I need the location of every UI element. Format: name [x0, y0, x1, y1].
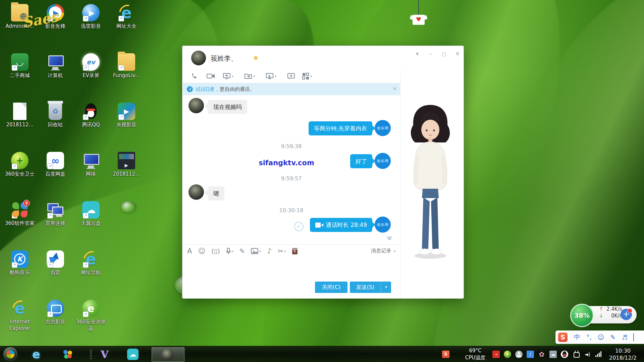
tray-user-icon[interactable] [515, 351, 523, 358]
desktop-icon-jisuanji[interactable]: 计算机 [38, 51, 73, 101]
document-icon [13, 103, 26, 120]
incoming-message-bubble: 现在视频吗 [208, 100, 247, 114]
message-list[interactable]: 现在视频吗 sifangktv.com 等两分钟,先穿着内衣 借条网 9:59:… [182, 95, 400, 244]
taskbar-v-app-icon[interactable]: V [98, 348, 111, 361]
tray-cloud-icon[interactable]: ☁ [549, 351, 557, 358]
screen-share-button[interactable]: ▾ [223, 72, 233, 80]
taskbar-cloud-drive-icon[interactable]: ☁ [126, 348, 140, 361]
taskbar-active-chat-task[interactable] [152, 347, 184, 362]
taskbar-clock[interactable]: 10:30 2018/12/2 [604, 347, 641, 361]
font-button[interactable]: A [187, 247, 192, 255]
message-history-button[interactable]: 消息记录 ▾ [371, 248, 395, 254]
desktop-icon-fungoliv[interactable]: ↗ FungoLiv... [109, 51, 144, 101]
tray-volume-icon[interactable]: ◄) [584, 351, 591, 358]
taskbar-grip [90, 350, 92, 359]
banner-close-icon[interactable]: ✕ [392, 86, 397, 92]
qq-show-girl-avatar[interactable] [405, 100, 456, 260]
network-icon [82, 152, 100, 169]
close-window-button[interactable]: ✕ [453, 50, 462, 58]
chinese-mode-toggle[interactable]: 中 [574, 333, 580, 342]
send-button[interactable]: 发送(S) [350, 282, 381, 293]
voice-input-icon[interactable]: ♬ [622, 334, 627, 341]
tray-wallet-icon[interactable]: / [527, 351, 534, 358]
desktop-icon-360anquanweishi[interactable]: +↗ 360安全卫士 [2, 150, 38, 199]
qmai-link[interactable]: 试试Q麦 [196, 86, 215, 93]
desktop-icon-doc-2018112[interactable]: 2018112... [2, 101, 38, 150]
handwriting-icon[interactable]: ✎ [610, 334, 615, 341]
close-chat-button[interactable]: 关闭(C) [315, 282, 347, 293]
desktop-icon-baiduwangpan[interactable]: ∞↗ 百度网盘 [38, 150, 73, 199]
tray-360-icon[interactable]: + [504, 351, 511, 358]
memory-usage-ball[interactable]: 38% [570, 304, 594, 327]
punctuation-toggle[interactable]: °, [586, 334, 592, 341]
taskbar-sogou-browser-icon[interactable] [61, 348, 74, 361]
self-avatar[interactable]: 借条网 [375, 153, 391, 169]
desktop-icon-tengxunqq[interactable]: ↗ 腾讯QQ [73, 101, 109, 150]
peer-message-avatar[interactable] [189, 98, 204, 113]
desktop-icon-video-2018112[interactable]: ▶ 2018112... [109, 150, 144, 199]
desktop-icon-wangluo[interactable]: 网络 [73, 150, 109, 199]
send-options-button[interactable]: ▾ [381, 282, 391, 293]
desktop-icon-jijiyingyin[interactable]: ↗ 吉吉影音 [38, 298, 73, 347]
remote-desktop-button[interactable]: ▾ [266, 72, 276, 80]
shortcut-arrow-icon: ↗ [47, 164, 53, 169]
apps-grid-button[interactable]: ▾ [302, 72, 312, 80]
tray-qq-icon[interactable] [561, 351, 568, 358]
tray-announcement-icon[interactable]: ◃ [492, 351, 500, 358]
maximize-button[interactable]: □ [439, 50, 449, 58]
desktop-icon-wangzhidaquan[interactable]: e↗ 网址大全 [109, 2, 144, 51]
peer-avatar[interactable] [191, 51, 206, 65]
start-button[interactable] [3, 347, 17, 361]
toolbox-grid-icon[interactable] [633, 334, 634, 341]
360-software-manager-icon: 8↗ [11, 201, 29, 219]
emoji-picker-icon[interactable]: ☺ [598, 334, 604, 341]
red-packet-button[interactable]: ¥ [292, 248, 298, 254]
shortcut-arrow-icon: ↗ [83, 213, 89, 219]
voice-message-button[interactable]: ▾ [226, 248, 233, 254]
sogou-logo-icon[interactable]: S [558, 333, 568, 342]
video-call-button[interactable] [207, 72, 215, 80]
desktop-icon-kugouyinyue[interactable]: K↗ 酷狗音乐 [2, 248, 38, 298]
favorite-star-icon[interactable]: ★ [253, 54, 259, 61]
desktop-icon-evluping[interactable]: ev↗ EV录屏 [73, 51, 109, 101]
desktop-icon-wangzhidaohang[interactable]: e↗ 网址导航 [73, 248, 109, 298]
music-button[interactable]: ♪ [267, 247, 271, 255]
screenshot-button[interactable]: ✂▾ [278, 247, 286, 255]
desktop-icon-huishouzhan[interactable]: ♻ 回收站 [38, 101, 73, 150]
message-input[interactable] [182, 257, 400, 280]
xunlei-player-icon: ▶↗ [82, 4, 100, 21]
window-menu-button[interactable]: ▾ [413, 50, 422, 58]
emoji-button[interactable]: ☺ [198, 247, 205, 255]
desktop-icon-360liulanqi[interactable]: e↗ 360安全浏览器 [73, 298, 109, 347]
desktop-icon-xunlei[interactable]: ↗ 迅雷 [38, 248, 73, 298]
tray-power-plug-icon[interactable] [574, 352, 580, 358]
desktop-icon-xunleiyingyin[interactable]: ▶↗ 迅雷影音 [73, 2, 109, 51]
net-speed-widget[interactable]: 38% ↑2.4K/s ↓0K/s + [570, 304, 637, 326]
accelerate-button[interactable]: + [621, 309, 632, 320]
desktop-icon-tianyiyunpan[interactable]: ☁↗ 天翼云盘 [73, 199, 109, 248]
desktop-icon-kuandailianjie[interactable]: ↗ 宽带连接 [38, 199, 73, 248]
sogou-input-bar[interactable]: S 中 °, ☺ ✎ ♬ [555, 330, 644, 344]
desktop-icon-yangshiyingyin[interactable]: ▶↗ 央视影音 [109, 101, 144, 150]
tray-sogou-icon[interactable]: S [442, 351, 449, 358]
peer-message-avatar[interactable] [189, 184, 204, 200]
tray-network-signal-icon[interactable] [595, 351, 602, 358]
voice-call-button[interactable] [191, 72, 198, 80]
handwriting-button[interactable]: ✎ [239, 247, 245, 255]
call-record-bubble[interactable]: 通话时长 28:49 [310, 218, 372, 232]
desktop-icon-internet-explorer[interactable]: e Internet Explorer [2, 298, 38, 347]
self-avatar[interactable]: 借条网 [375, 120, 391, 136]
desktop-icon-360ruanjianguanjia[interactable]: 8↗ 360软件管家 [2, 199, 38, 248]
hanging-shirt-charm: ♥ [409, 0, 429, 37]
nudge-button[interactable]: (▯) [211, 247, 220, 255]
scroll-to-bottom-icon[interactable] [387, 235, 392, 242]
minimize-button[interactable]: – [426, 50, 435, 58]
desktop-icon-ershoushangcheng[interactable]: ◡↗ 二手商城 [2, 51, 38, 101]
send-image-button[interactable]: ▾ [251, 248, 261, 254]
create-group-button[interactable] [287, 72, 295, 80]
taskbar-ie-icon[interactable]: e [30, 348, 43, 361]
send-file-button[interactable]: ▾ [244, 72, 255, 80]
self-avatar[interactable]: 借条网 [375, 217, 391, 233]
tray-flower-icon[interactable]: ✿ [538, 351, 545, 358]
cpu-temp-value: 69°C [460, 347, 490, 354]
